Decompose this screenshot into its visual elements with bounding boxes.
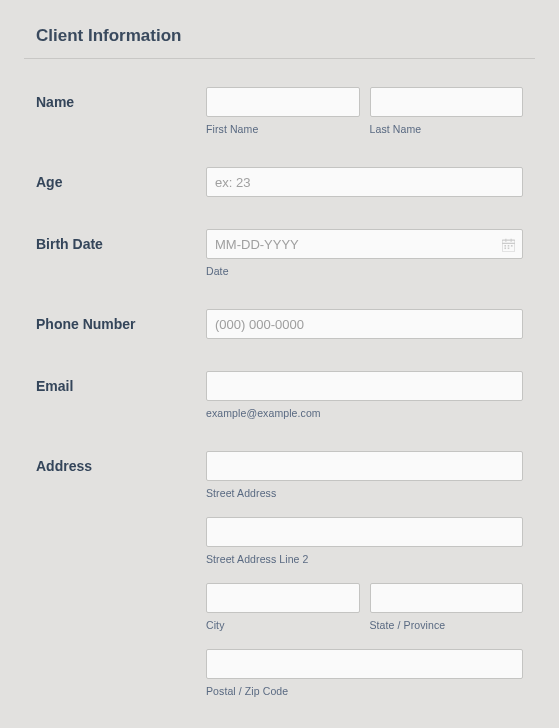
birthdate-input[interactable]: [206, 229, 523, 259]
state-sublabel: State / Province: [370, 619, 524, 631]
street2-input[interactable]: [206, 517, 523, 547]
first-name-input[interactable]: [206, 87, 360, 117]
birthdate-sublabel: Date: [206, 265, 523, 277]
svg-rect-5: [508, 245, 510, 247]
form-container: Client Information Name First Name Last …: [0, 0, 559, 728]
birthdate-label: Birth Date: [36, 229, 206, 252]
state-input[interactable]: [370, 583, 524, 613]
city-sublabel: City: [206, 619, 360, 631]
field-row-birthdate: Birth Date Date: [24, 229, 535, 277]
email-sublabel: example@example.com: [206, 407, 523, 419]
phone-label: Phone Number: [36, 309, 206, 332]
age-input[interactable]: [206, 167, 523, 197]
svg-rect-6: [511, 245, 513, 247]
street2-sublabel: Street Address Line 2: [206, 553, 523, 565]
phone-input[interactable]: [206, 309, 523, 339]
field-row-age: Age: [24, 167, 535, 197]
field-row-email: Email example@example.com: [24, 371, 535, 419]
svg-rect-3: [511, 239, 512, 242]
email-label: Email: [36, 371, 206, 394]
street-sublabel: Street Address: [206, 487, 523, 499]
last-name-sublabel: Last Name: [370, 123, 524, 135]
svg-rect-7: [504, 247, 506, 249]
field-row-address: Address Street Address Street Address Li…: [24, 451, 535, 697]
city-input[interactable]: [206, 583, 360, 613]
email-input[interactable]: [206, 371, 523, 401]
postal-sublabel: Postal / Zip Code: [206, 685, 523, 697]
last-name-input[interactable]: [370, 87, 524, 117]
svg-rect-2: [505, 239, 506, 242]
age-label: Age: [36, 167, 206, 190]
section-header: Client Information: [24, 18, 535, 59]
svg-rect-8: [508, 247, 510, 249]
name-label: Name: [36, 87, 206, 110]
field-row-phone: Phone Number: [24, 309, 535, 339]
postal-input[interactable]: [206, 649, 523, 679]
street-input[interactable]: [206, 451, 523, 481]
first-name-sublabel: First Name: [206, 123, 360, 135]
calendar-icon[interactable]: [502, 238, 515, 251]
address-label: Address: [36, 451, 206, 474]
svg-rect-4: [504, 245, 506, 247]
field-row-name: Name First Name Last Name: [24, 87, 535, 135]
